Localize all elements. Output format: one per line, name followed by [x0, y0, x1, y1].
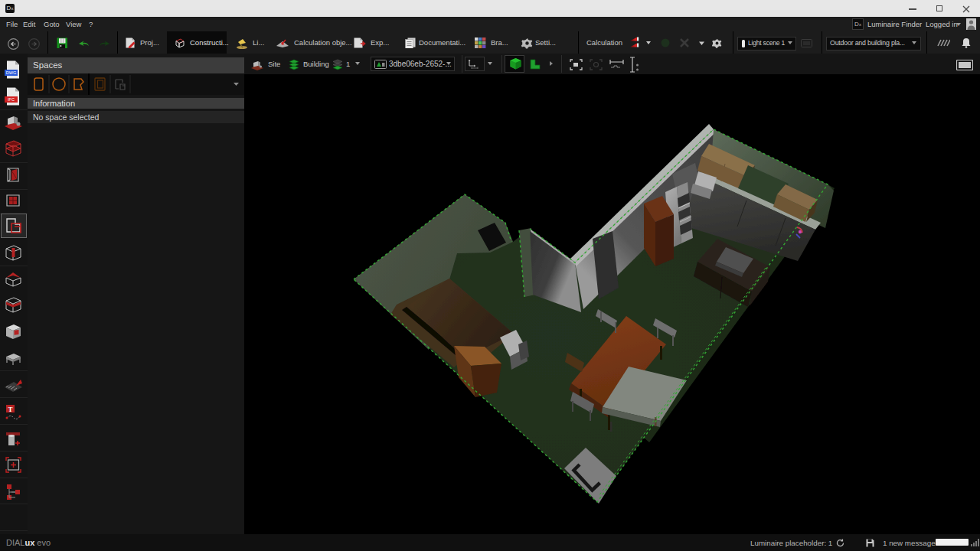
svg-text:DWG: DWG	[6, 70, 16, 75]
svg-text:T: T	[8, 406, 12, 413]
svg-text:IFC: IFC	[8, 97, 15, 102]
